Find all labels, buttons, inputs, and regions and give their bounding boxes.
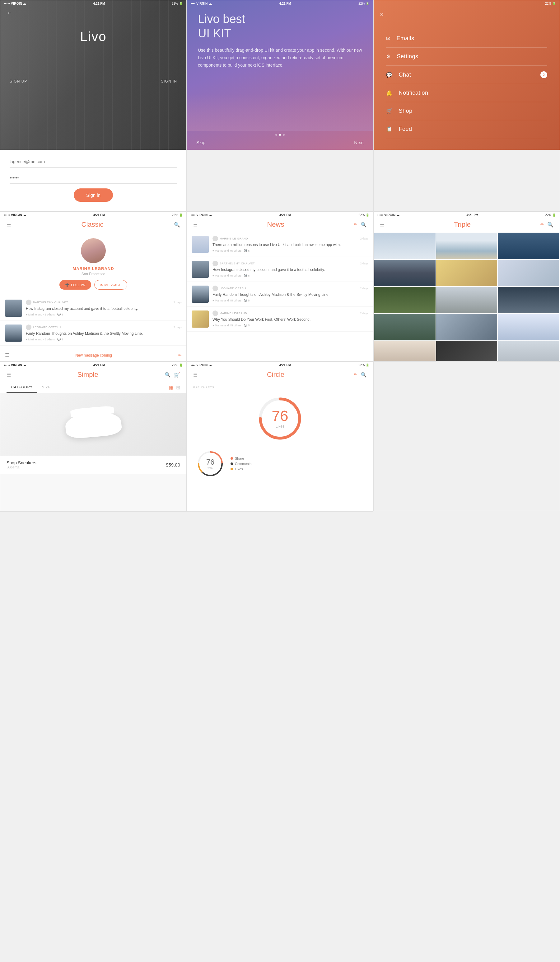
menu-item-notification[interactable]: 🔔 Notification xyxy=(386,84,547,102)
email-field[interactable] xyxy=(10,156,177,168)
feed-icon: 📋 xyxy=(386,126,393,132)
photo-5[interactable] xyxy=(436,260,497,286)
menu-list: ✉ Emails ⚙ Settings 💬 Chat 2 🔔 Notificat… xyxy=(373,23,560,145)
menu-item-settings[interactable]: ⚙ Settings xyxy=(386,48,547,66)
cart-icon-s7[interactable]: 🛒 xyxy=(174,372,180,378)
menu-item-emails[interactable]: ✉ Emails xyxy=(386,30,547,48)
comments-dot xyxy=(230,462,233,465)
signin-link-s1[interactable]: SIGN IN xyxy=(161,79,177,84)
follow-icon: ➕ xyxy=(65,283,69,287)
app-title-s1: Livo xyxy=(0,29,187,44)
menu-icon-s5[interactable]: ☰ xyxy=(193,222,198,228)
photo-4[interactable] xyxy=(374,260,436,286)
photo-3[interactable] xyxy=(498,232,559,259)
search-icon-s6[interactable]: 🔍 xyxy=(547,222,554,228)
emails-label: Emails xyxy=(397,35,414,42)
bottom-menu-icon[interactable]: ☰ xyxy=(5,352,9,358)
skip-button[interactable]: Skip xyxy=(196,140,205,145)
search-icon-s8[interactable]: 🔍 xyxy=(360,372,367,378)
photo-7[interactable] xyxy=(374,287,436,313)
screen-circle-wrapper: •••• VIRGIN ☁ 4:21 PM 22% 🔋 ☰ Circle ✏ 🔍… xyxy=(187,362,373,512)
status-right-s1: 22% 🔋 xyxy=(172,2,183,5)
photo-12[interactable] xyxy=(498,314,559,341)
product-image[interactable] xyxy=(0,393,187,456)
news-header: ☰ News ✏ 🔍 xyxy=(187,217,373,232)
menu-icon-s8[interactable]: ☰ xyxy=(193,372,198,378)
edit-icon-s5[interactable]: ✏ xyxy=(354,222,357,228)
next-button[interactable]: Next xyxy=(354,140,364,145)
signout-button[interactable]: ⬚ Sign out xyxy=(373,145,560,150)
screen-classic-wrapper: ••••• VIRGIN ☁ 4:21 PM 22% 🔋 ☰ Classic 🔍… xyxy=(0,211,187,362)
grid-view-icon[interactable]: ⊞ xyxy=(176,385,180,391)
screen-news-wrapper: •••• VIRGIN ☁ 4:21 PM 22% 🔋 ☰ News ✏ 🔍 xyxy=(187,211,373,362)
search-icon-s5[interactable]: 🔍 xyxy=(360,222,367,228)
big-label: Likes xyxy=(276,424,284,429)
status-left-s5: •••• VIRGIN ☁ xyxy=(191,213,212,217)
menu-item-chat[interactable]: 💬 Chat 2 xyxy=(386,66,547,84)
news-item-s5-2[interactable]: BARTHELEMY CHALVET 2 days How Instagram … xyxy=(187,257,373,282)
menu-icon-s6[interactable]: ☰ xyxy=(380,222,384,228)
status-left-s7: ••••• VIRGIN ☁ xyxy=(4,363,26,367)
small-number: 76 xyxy=(206,458,215,466)
edit-icon-s8[interactable]: ✏ xyxy=(354,372,357,378)
signup-link-s1[interactable]: SIGN UP xyxy=(10,79,27,84)
thumb-s5-3 xyxy=(191,286,209,303)
status-right-s4: 22% 🔋 xyxy=(172,213,183,217)
follow-button[interactable]: ➕ FOLLOW xyxy=(60,280,91,290)
author-name-2: LEONARD ORTELLI xyxy=(33,326,61,329)
search-icon-s7[interactable]: 🔍 xyxy=(164,372,171,378)
screen-login: ••••• VIRGIN ☁ 4:21 PM 22% 🔋 ← Livo SIGN… xyxy=(0,0,187,211)
news-item-1[interactable]: BARTHELEMY CHALVET 2 days How Instagram … xyxy=(0,296,187,321)
thumb-s5-4 xyxy=(191,310,209,328)
signin-button[interactable]: Sign in xyxy=(74,189,113,202)
likes-1: ♥ Marine and 45 others xyxy=(26,313,55,316)
news-thumb-1 xyxy=(5,300,22,317)
menu-icon-s4[interactable]: ☰ xyxy=(6,222,11,228)
chart-legend: Share Comments Likes xyxy=(230,457,251,471)
headline-s5-4: Why You Should Do Your Work First, Other… xyxy=(212,317,369,322)
password-field[interactable] xyxy=(10,172,177,184)
back-button-s1[interactable]: ← xyxy=(6,10,12,16)
list-view-icon[interactable]: ▦ xyxy=(169,385,174,391)
photo-14[interactable] xyxy=(436,341,497,361)
photo-2[interactable] xyxy=(436,232,497,259)
photo-1[interactable] xyxy=(374,232,436,259)
message-button[interactable]: ✉ MESSAGE xyxy=(94,280,127,290)
product-price: $59.00 xyxy=(166,462,180,468)
photo-15[interactable] xyxy=(498,341,559,361)
edit-icon-s4[interactable]: ✏ xyxy=(178,353,182,358)
shop-label: Shop xyxy=(399,108,412,114)
news-item-s5-1[interactable]: MARINE LE GRAND 2 days There are a milli… xyxy=(187,232,373,257)
status-left-s2: •••• VIRGIN ☁ xyxy=(191,2,212,5)
menu-item-feed[interactable]: 📋 Feed xyxy=(386,120,547,138)
edit-icon-s6[interactable]: ✏ xyxy=(541,222,544,228)
triple-title: Triple xyxy=(454,221,471,229)
photo-grid xyxy=(373,232,560,361)
photo-9[interactable] xyxy=(498,287,559,313)
settings-label: Settings xyxy=(397,53,418,60)
screen-onboarding: •••• VIRGIN ☁ 4:21 PM 22% 🔋 Livo bestUI … xyxy=(187,0,373,211)
author-s5-1: MARINE LE GRAND xyxy=(220,237,248,240)
photo-13[interactable] xyxy=(374,341,436,361)
tab-category[interactable]: CATEGORY xyxy=(6,382,37,393)
news-item-2[interactable]: LEONARD ORTELLI 2 days Fairly Random Tho… xyxy=(0,321,187,346)
likes-label: Likes xyxy=(235,467,243,471)
thumb-s5-2 xyxy=(191,261,209,278)
tab-size[interactable]: SIZE xyxy=(37,382,55,393)
menu-icon-s7[interactable]: ☰ xyxy=(6,372,11,378)
photo-8[interactable] xyxy=(436,287,497,313)
photo-11[interactable] xyxy=(436,314,497,341)
photo-10[interactable] xyxy=(374,314,436,341)
likes-chart: 76 Likes xyxy=(257,395,303,442)
menu-item-shop[interactable]: 🛒 Shop xyxy=(386,102,547,120)
news-item-s5-3[interactable]: LEONARD ORTELU 2 days Fairly Random Thou… xyxy=(187,282,373,307)
status-time-s4: 4:21 PM xyxy=(93,213,105,217)
message-icon: ✉ xyxy=(100,283,103,287)
small-chart-row: 76 Total Share Comments Likes xyxy=(187,447,373,481)
legend-comments: Comments xyxy=(230,462,251,466)
photo-6[interactable] xyxy=(498,260,559,286)
status-time-s2: 4:21 PM xyxy=(279,2,291,5)
search-icon-s4[interactable]: 🔍 xyxy=(174,222,180,228)
news-item-s5-4[interactable]: MARINE LEGRAND 2 days Why You Should Do … xyxy=(187,307,373,332)
close-button-s3[interactable]: × xyxy=(373,6,560,23)
